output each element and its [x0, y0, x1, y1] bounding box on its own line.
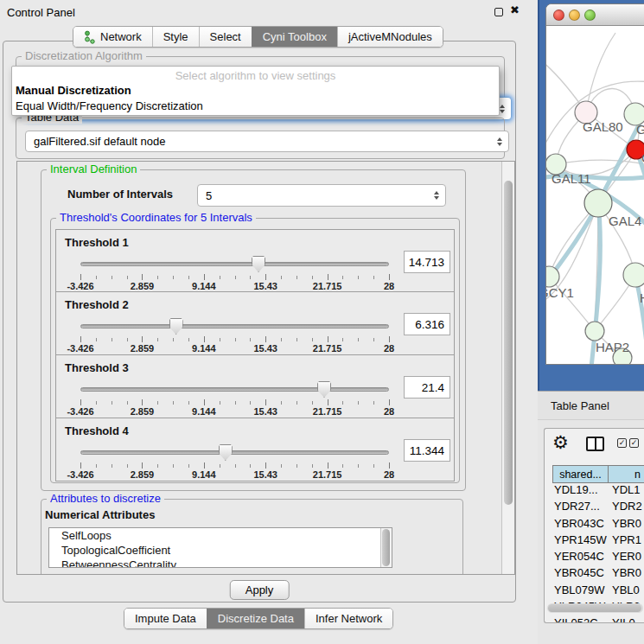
slider-track[interactable] — [80, 387, 389, 392]
screen: Control Panel ✖ Network Style Select Cyn… — [0, 0, 644, 644]
slider-tick — [220, 401, 220, 405]
tab-label: jActiveMNodules — [348, 30, 432, 43]
table-row[interactable]: YBR043CYBR0 — [545, 517, 644, 533]
node-hap2[interactable] — [585, 322, 604, 341]
threshold-row: Threshold 2 -3.4262.8599.14415.4321.7152… — [55, 292, 455, 355]
checkbox-checked-icon[interactable]: ✓ — [617, 438, 627, 448]
slider-tick-label: 21.715 — [313, 406, 342, 417]
slider-tick-label: 21.715 — [313, 469, 342, 480]
slider-tick — [96, 464, 97, 468]
threshold-value-field[interactable] — [404, 313, 450, 335]
dropdown-option-manual-discretization[interactable]: Manual Discretization — [12, 83, 499, 99]
table-panel: ⚙ ✓ ✓ shared... n YDL19...YDL1YDR27...YD… — [544, 428, 644, 623]
scrollbar-thumb[interactable] — [548, 604, 641, 612]
threshold-label: Threshold 1 — [65, 236, 129, 249]
slider-thumb[interactable] — [252, 256, 265, 272]
minimize-traffic-light-icon[interactable] — [569, 10, 580, 21]
column-header-shared-name[interactable]: shared... — [552, 465, 609, 483]
slider-tick — [281, 276, 282, 279]
table-row[interactable]: YIL052CYIL0 — [545, 616, 644, 623]
slider-tick-label: 2.859 — [131, 469, 155, 480]
tab-impute-data[interactable]: Impute Data — [124, 609, 207, 628]
table-row[interactable]: YBL079WYBL0 — [545, 583, 644, 600]
network-canvas[interactable]: GAL80 GA C GAL11 GAL4 GCY1 H HAP2 — [546, 26, 644, 364]
slider-tick — [157, 338, 158, 341]
slider-tick — [80, 274, 81, 280]
column-checkboxes[interactable]: ✓ ✓ — [617, 438, 639, 448]
table-data-combobox[interactable]: galFiltered.sif default node — [25, 131, 509, 152]
threshold-4-slider[interactable]: -3.4262.8599.14415.4321.71528 — [80, 444, 389, 479]
attribute-list-item[interactable]: SelfLoops — [49, 528, 392, 543]
node-h[interactable] — [623, 263, 644, 287]
slider-tick — [296, 464, 297, 468]
attribute-list-item[interactable]: BetweennessCentrality — [49, 558, 392, 568]
slider-tick — [358, 464, 359, 468]
network-view-window[interactable]: GAL80 GA C GAL11 GAL4 GCY1 H HAP2 — [545, 3, 644, 365]
threshold-1-slider[interactable]: -3.4262.8599.14415.4321.71528 — [80, 256, 389, 290]
table-row[interactable]: YDL19...YDL1 — [545, 483, 644, 500]
slider-thumb[interactable] — [219, 444, 233, 461]
slider-tick — [265, 462, 266, 469]
slider-tick — [250, 401, 251, 405]
network-desktop: GAL80 GA C GAL11 GAL4 GCY1 H HAP2 — [538, 0, 644, 391]
threshold-2-slider[interactable]: -3.4262.8599.14415.4321.71528 — [80, 318, 389, 353]
close-traffic-light-icon[interactable] — [553, 10, 564, 21]
tab-label: Cyni Toolbox — [263, 30, 327, 43]
threshold-value-field[interactable] — [404, 251, 450, 273]
table-row[interactable]: YPR145WYPR1 — [545, 533, 644, 550]
split-table-icon[interactable] — [586, 437, 604, 451]
numerical-attributes-label: Numerical Attributes — [45, 508, 155, 521]
slider-tick — [328, 336, 328, 342]
scrollbar-thumb[interactable] — [382, 529, 390, 566]
tab-style[interactable]: Style — [152, 27, 199, 47]
zoom-traffic-light-icon[interactable] — [584, 10, 596, 21]
algorithm-dropdown-popup: Select algorithm to view settings Manual… — [11, 66, 500, 116]
threshold-value-field[interactable] — [404, 439, 450, 462]
apply-button[interactable]: Apply — [230, 580, 290, 600]
panel-title: Control Panel — [7, 6, 75, 19]
threshold-value-field[interactable] — [404, 376, 450, 399]
slider-tick — [204, 336, 205, 342]
slider-tick — [235, 401, 236, 405]
scrollbar-thumb[interactable] — [504, 181, 513, 505]
table-row[interactable]: YBR045CYBR0 — [545, 566, 644, 583]
number-of-intervals-label: Number of Intervals — [67, 188, 173, 201]
network-window-titlebar[interactable] — [546, 4, 644, 26]
slider-tick — [358, 276, 359, 279]
list-scrollbar[interactable] — [380, 528, 392, 567]
tab-discretize-data[interactable]: Discretize Data — [207, 609, 304, 628]
close-icon[interactable]: ✖ — [510, 3, 520, 16]
threshold-label: Threshold 3 — [65, 361, 129, 374]
column-header-name[interactable]: n — [609, 465, 644, 483]
slider-tick — [188, 401, 189, 405]
table-row[interactable]: YER054CYER0 — [545, 550, 644, 566]
slider-tick-label: 28 — [384, 343, 394, 354]
number-of-intervals-combobox[interactable]: 5 — [197, 184, 446, 207]
panel-scrollbar[interactable] — [501, 162, 514, 574]
float-window-icon[interactable] — [494, 8, 503, 16]
slider-thumb[interactable] — [317, 381, 331, 398]
gear-icon[interactable]: ⚙ — [552, 432, 569, 453]
slider-tick — [312, 338, 313, 341]
horizontal-scrollbar[interactable] — [547, 603, 643, 613]
slider-tick — [112, 338, 112, 341]
tab-network[interactable]: Network — [73, 27, 152, 47]
table-row[interactable]: YDR27...YDR2 — [545, 500, 644, 516]
slider-track[interactable] — [80, 450, 389, 455]
slider-tick-label: 2.859 — [131, 343, 155, 354]
slider-track[interactable] — [80, 324, 389, 328]
dropdown-option-equal-width-frequency[interactable]: Equal Width/Frequency Discretization — [12, 99, 499, 114]
tab-cyni-toolbox[interactable]: Cyni Toolbox — [252, 27, 337, 47]
attribute-list-item[interactable]: TopologicalCoefficient — [49, 543, 392, 558]
slider-tick — [373, 464, 374, 468]
slider-track[interactable] — [80, 262, 389, 266]
tab-jactivemnodules[interactable]: jActiveMNodules — [337, 27, 443, 47]
numerical-attributes-list[interactable]: SelfLoopsTopologicalCoefficientBetweenne… — [48, 527, 392, 568]
tab-infer-network[interactable]: Infer Network — [304, 609, 392, 628]
slider-thumb[interactable] — [169, 318, 183, 335]
tab-select[interactable]: Select — [199, 27, 252, 47]
checkbox-checked-icon[interactable]: ✓ — [629, 438, 639, 448]
tab-label: Network — [100, 30, 142, 43]
threshold-3-slider[interactable]: -3.4262.8599.14415.4321.71528 — [80, 381, 389, 416]
slider-ticks — [80, 336, 389, 343]
